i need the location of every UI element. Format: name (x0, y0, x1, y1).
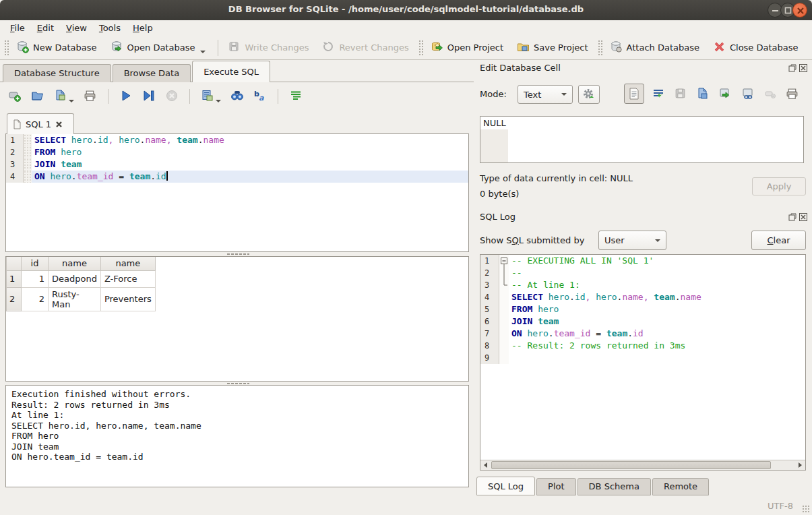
cell[interactable]: Deadpond (49, 270, 101, 287)
close-database-button[interactable]: Close Database (708, 38, 807, 58)
text-view-icon (627, 87, 641, 102)
sql-log-title: SQL Log (480, 212, 516, 222)
attach-database-icon (610, 40, 623, 55)
code-text: SELECT hero.id, hero.name, team.name (32, 134, 468, 146)
import-data-icon (674, 87, 687, 100)
column-header-name[interactable]: name (100, 257, 155, 270)
close-tab-icon[interactable] (55, 121, 63, 128)
tab-execute-sql[interactable]: Execute SQL (192, 61, 270, 82)
fold-margin (499, 255, 509, 267)
execution-message[interactable]: Execution finished without errors. Resul… (5, 385, 469, 487)
open-project-button[interactable]: Open Project (425, 38, 511, 58)
app-window: DB Browser for SQLite - /home/user/code/… (0, 0, 812, 515)
print-icon[interactable] (786, 87, 799, 100)
toolbar-drag-handle[interactable] (598, 40, 603, 56)
dock-tab-db-schema[interactable]: DB Schema (577, 478, 651, 495)
open-external-icon[interactable] (741, 87, 755, 100)
save-as-icon[interactable] (696, 87, 710, 100)
close-button[interactable] (792, 3, 807, 18)
clear-button[interactable]: Clear (751, 231, 806, 250)
scrollbar-thumb[interactable] (491, 461, 771, 469)
float-dock-icon[interactable] (788, 64, 797, 72)
save-sql-file-icon (54, 89, 67, 104)
auto-format-button[interactable]: ba (253, 89, 267, 104)
fold-margin (499, 291, 509, 303)
tab-database-structure[interactable]: Database Structure (3, 64, 111, 82)
grid-corner[interactable] (7, 257, 22, 270)
chevron-down-icon[interactable] (216, 100, 221, 102)
scroll-right-icon[interactable] (795, 460, 805, 470)
horizontal-scrollbar[interactable] (480, 460, 805, 470)
scroll-left-icon[interactable] (480, 460, 491, 470)
code-text: -- Result: 2 rows returned in 3ms (509, 340, 805, 352)
apply-button[interactable]: Apply (752, 177, 806, 195)
word-wrap-icon (289, 89, 303, 104)
edit-cell-dock-buttons (788, 64, 807, 72)
results-grid[interactable]: idnamename11DeadpondZ-Force22Rusty-ManPr… (5, 256, 469, 382)
code-text (509, 352, 805, 364)
menu-item-view[interactable]: View (60, 22, 93, 34)
dock-tab-sql-log[interactable]: SQL Log (476, 477, 535, 495)
word-wrap-button[interactable] (289, 89, 303, 104)
cell[interactable]: Preventers (100, 287, 155, 311)
open-database-button[interactable]: Open Database (105, 38, 214, 58)
sql-log-view[interactable]: 1-- EXECUTING ALL IN 'SQL 1'2--3-- At li… (480, 254, 806, 471)
save-project-button[interactable]: Save Project (511, 38, 596, 58)
sql-editor[interactable]: 1SELECT hero.id, hero.name, team.name2FR… (5, 133, 469, 252)
mode-select[interactable]: Text (518, 85, 573, 104)
sql-filter-select[interactable]: User (598, 231, 666, 250)
row-header[interactable]: 2 (7, 287, 22, 311)
new-database-button[interactable]: New Database (11, 38, 105, 58)
save-results-button[interactable] (201, 89, 221, 104)
cell[interactable]: Z-Force (100, 270, 155, 287)
gear-icon (582, 88, 596, 101)
wrap-lines-icon[interactable] (652, 87, 665, 100)
execute-all-button[interactable] (119, 89, 133, 104)
cell[interactable]: 1 (22, 270, 49, 287)
column-header-id[interactable]: id (22, 257, 49, 270)
open-sql-file-button[interactable] (31, 89, 44, 104)
sql-tab[interactable]: SQL 1 (7, 113, 74, 134)
tab-browse-data[interactable]: Browse Data (113, 64, 191, 82)
cell[interactable]: Rusty-Man (49, 287, 101, 311)
code-text: JOIN team (509, 315, 805, 328)
save-sql-file-button[interactable] (54, 89, 74, 104)
dock-tab-plot[interactable]: Plot (536, 478, 576, 495)
menu-item-file[interactable]: File (4, 22, 31, 34)
dock-tab-remote[interactable]: Remote (652, 478, 709, 495)
chevron-down-icon[interactable] (200, 51, 206, 53)
print-button[interactable] (84, 89, 97, 104)
menu-item-help[interactable]: Help (127, 22, 159, 34)
resize-grip-icon[interactable] (802, 505, 810, 513)
cell[interactable]: 2 (22, 287, 49, 311)
cell-editor[interactable]: NULL (480, 116, 804, 163)
toolbar-button-label: Open Project (447, 42, 503, 53)
new-sql-tab-button[interactable] (8, 89, 22, 104)
chevron-down-icon[interactable] (69, 100, 74, 102)
splitter-editor-results[interactable] (226, 253, 249, 255)
close-dock-icon[interactable] (799, 64, 807, 72)
apply-format-button[interactable] (578, 85, 600, 104)
code-text: ON hero.team_id = team.id (509, 328, 805, 340)
row-header[interactable]: 1 (7, 270, 22, 287)
execute-all-icon (119, 89, 133, 104)
toolbar-drag-handle[interactable] (4, 40, 9, 56)
menu-item-edit[interactable]: Edit (31, 22, 60, 34)
attach-database-button[interactable]: Attach Database (604, 38, 708, 58)
menu-item-tools[interactable]: Tools (93, 22, 127, 34)
column-header-name[interactable]: name (49, 257, 101, 270)
fold-margin (499, 340, 509, 352)
toolbar-drag-handle[interactable] (418, 40, 424, 56)
execute-current-line-button[interactable] (142, 89, 156, 104)
encoding-indicator[interactable]: UTF-8 (768, 501, 793, 511)
export-data-icon[interactable] (718, 87, 732, 100)
float-dock-icon[interactable] (788, 213, 797, 221)
auto-format-icon: ba (253, 89, 267, 104)
find-button[interactable] (230, 89, 244, 104)
close-dock-icon[interactable] (799, 213, 807, 221)
text-view-button[interactable] (624, 84, 644, 104)
stop-icon (165, 89, 179, 104)
save-project-icon (517, 40, 530, 55)
line-number: 1 (480, 255, 499, 267)
line-number: 2 (480, 267, 499, 279)
